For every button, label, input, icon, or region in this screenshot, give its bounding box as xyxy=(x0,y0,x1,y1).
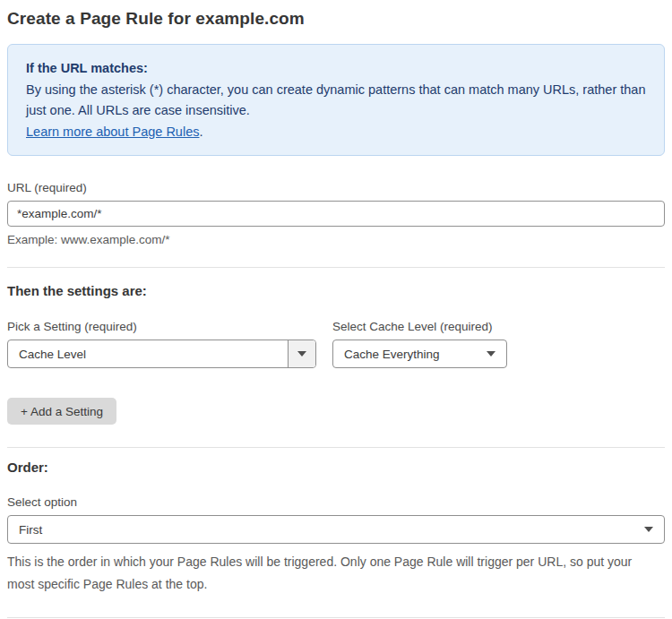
info-box-link-line: Learn more about Page Rules. xyxy=(26,122,646,143)
setting-picker-label: Pick a Setting (required) xyxy=(7,320,316,333)
link-period: . xyxy=(199,125,202,139)
divider xyxy=(7,617,665,618)
page-title: Create a Page Rule for example.com xyxy=(7,9,665,29)
divider xyxy=(7,267,665,268)
settings-section-heading: Then the settings are: xyxy=(7,283,665,298)
setting-picker-select[interactable]: Cache Level xyxy=(7,340,316,368)
add-setting-button[interactable]: + Add a Setting xyxy=(7,398,116,425)
setting-picker-group: Pick a Setting (required) Cache Level xyxy=(7,320,316,368)
cache-level-label: Select Cache Level (required) xyxy=(332,320,507,333)
cache-level-select[interactable]: Cache Everything xyxy=(332,340,507,368)
setting-picker-value: Cache Level xyxy=(8,348,288,361)
url-matches-info-box: If the URL matches: By using the asteris… xyxy=(7,44,665,156)
chevron-down-icon xyxy=(297,351,306,357)
setting-picker-arrow-box[interactable] xyxy=(288,340,315,367)
url-helper-text: Example: www.example.com/* xyxy=(7,233,665,246)
cache-level-picker-group: Select Cache Level (required) Cache Ever… xyxy=(332,320,507,368)
info-box-body: By using the asterisk (*) character, you… xyxy=(26,80,646,122)
url-field-label: URL (required) xyxy=(7,181,665,194)
order-picker-group: Select option First This is the order in… xyxy=(7,495,665,596)
order-helper-text: This is the order in which your Page Rul… xyxy=(7,551,652,596)
info-box-heading: If the URL matches: xyxy=(26,58,646,80)
divider xyxy=(7,447,665,448)
cache-level-value: Cache Everything xyxy=(333,348,487,361)
page-rule-form: Create a Page Rule for example.com If th… xyxy=(0,0,672,619)
settings-row: Pick a Setting (required) Cache Level Se… xyxy=(7,320,665,368)
learn-more-link[interactable]: Learn more about Page Rules xyxy=(26,125,199,139)
chevron-down-icon xyxy=(487,351,495,357)
url-input[interactable] xyxy=(7,201,665,227)
order-select-value: First xyxy=(8,523,644,537)
order-picker-label: Select option xyxy=(7,495,665,509)
order-section-heading: Order: xyxy=(7,460,665,475)
order-select[interactable]: First xyxy=(7,515,665,544)
chevron-down-icon xyxy=(644,527,653,532)
